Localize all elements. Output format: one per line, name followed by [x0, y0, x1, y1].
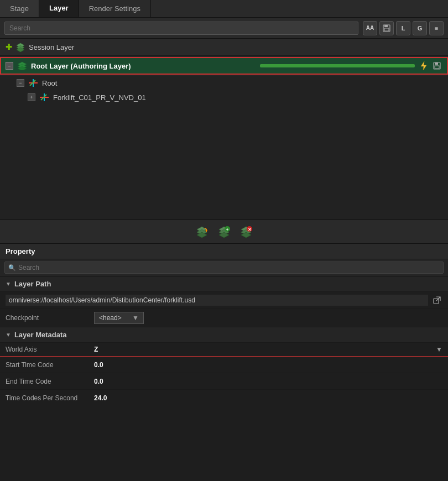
- start-time-code-value: 0.0: [94, 361, 442, 369]
- tab-render-settings[interactable]: Render Settings: [79, 0, 151, 17]
- checkpoint-label: Checkpoint: [6, 314, 94, 322]
- tab-stage[interactable]: Stage: [0, 0, 39, 17]
- search-bar: AA L G ≡: [0, 18, 448, 39]
- layer-content-area: − Root + Forklift_C01_PR_V_NVD_01: [0, 76, 448, 219]
- svg-rect-12: [435, 66, 439, 69]
- property-header: Property: [0, 244, 448, 259]
- svg-marker-9: [421, 61, 426, 70]
- world-axis-row: World Axis Z ▼: [0, 343, 448, 357]
- time-codes-per-second-label: Time Codes Per Second: [6, 394, 94, 402]
- time-codes-per-second-value: 24.0: [94, 394, 442, 402]
- world-axis-value: Z: [94, 346, 436, 353]
- layer-path-value: omniverse://localhost/Users/admin/Distib…: [6, 295, 428, 306]
- save-layer-icon[interactable]: [431, 60, 442, 71]
- toolbar-remove-layer-icon[interactable]: ✕: [238, 224, 254, 239]
- checkpoint-row: Checkpoint <head> ▼: [0, 309, 448, 327]
- session-layer-label: Session Layer: [29, 43, 74, 51]
- toolbar-add-layer-icon[interactable]: [194, 224, 210, 239]
- session-layer-expand-icon: ✚: [6, 43, 12, 51]
- forklift-xform-icon: [39, 92, 50, 102]
- root-layer-progress-bar: [260, 64, 415, 67]
- layer-metadata-arrow: ▼: [6, 332, 11, 338]
- property-search-area: 🔍: [0, 259, 448, 276]
- tree-item-forklift[interactable]: + Forklift_C01_PR_V_NVD_01: [0, 90, 448, 104]
- svg-rect-1: [384, 25, 388, 27]
- root-label: Root: [42, 79, 57, 87]
- root-layer-collapse-btn[interactable]: −: [6, 62, 13, 70]
- menu-button[interactable]: ≡: [429, 21, 444, 35]
- svg-text:✕: ✕: [248, 227, 252, 232]
- search-input[interactable]: [4, 22, 358, 35]
- property-search-icon: 🔍: [8, 264, 16, 271]
- session-layer-icon: [15, 42, 25, 52]
- property-search-input[interactable]: [4, 262, 444, 274]
- layer-path-row: omniverse://localhost/Users/admin/Distib…: [0, 292, 448, 309]
- section-layer-path[interactable]: ▼ Layer Path: [0, 276, 448, 292]
- time-codes-per-second-row: Time Codes Per Second 24.0: [0, 390, 448, 406]
- world-axis-caret-icon[interactable]: ▼: [436, 346, 442, 353]
- lightning-icon[interactable]: [418, 60, 429, 71]
- forklift-expand-icon[interactable]: +: [28, 93, 35, 101]
- layer-panel: ✚ Session Layer − Root Layer (Authoring …: [0, 39, 448, 244]
- root-layer-row[interactable]: − Root Layer (Authoring Layer): [0, 57, 448, 75]
- property-panel: Property 🔍 ▼ Layer Path omniverse://loca…: [0, 244, 448, 406]
- external-link-icon[interactable]: [431, 295, 442, 306]
- checkpoint-select[interactable]: <head> ▼: [94, 312, 144, 324]
- root-layer-actions: [418, 60, 442, 71]
- aa-button[interactable]: AA: [363, 21, 377, 35]
- root-layer-icon: [17, 61, 28, 70]
- section-layer-metadata[interactable]: ▼ Layer Metadata: [0, 327, 448, 343]
- svg-rect-2: [384, 28, 389, 31]
- tab-bar: Stage Layer Render Settings: [0, 0, 448, 18]
- root-collapse-icon[interactable]: −: [17, 79, 24, 87]
- tree-item-root[interactable]: − Root: [0, 76, 448, 90]
- save-button[interactable]: [379, 21, 394, 35]
- root-xform-icon: [28, 78, 39, 88]
- layer-path-arrow: ▼: [6, 281, 11, 287]
- layer-toolbar: + ✕: [0, 219, 448, 244]
- end-time-code-label: End Time Code: [6, 378, 94, 385]
- checkpoint-caret-icon: ▼: [132, 314, 139, 322]
- g-button[interactable]: G: [413, 21, 427, 35]
- forklift-label: Forklift_C01_PR_V_NVD_01: [53, 93, 146, 102]
- root-layer-label: Root Layer (Authoring Layer): [31, 62, 257, 70]
- end-time-code-value: 0.0: [94, 378, 442, 385]
- end-time-code-row: End Time Code 0.0: [0, 373, 448, 390]
- save-icon: [383, 24, 390, 32]
- start-time-code-label: Start Time Code: [6, 361, 94, 369]
- world-axis-label: World Axis: [6, 346, 94, 353]
- tab-layer[interactable]: Layer: [39, 0, 79, 17]
- session-layer-row[interactable]: ✚ Session Layer: [0, 39, 448, 56]
- start-time-code-row: Start Time Code 0.0: [0, 357, 448, 373]
- toolbar-add-sublayer-icon[interactable]: +: [216, 224, 232, 239]
- l-button[interactable]: L: [396, 21, 410, 35]
- search-bar-icons: AA L G ≡: [363, 21, 444, 35]
- svg-rect-11: [435, 62, 438, 65]
- svg-text:+: +: [226, 227, 229, 232]
